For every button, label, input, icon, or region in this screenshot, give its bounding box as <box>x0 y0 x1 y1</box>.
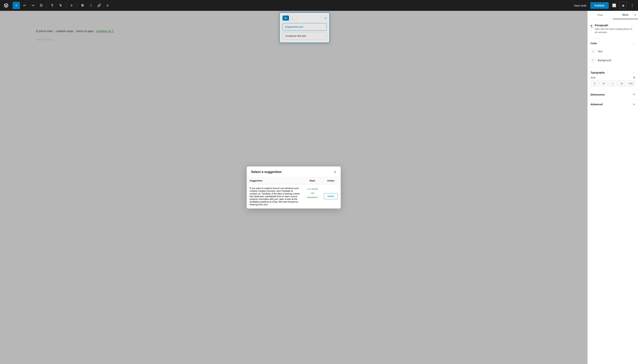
dimensions-header[interactable]: Dimensions + <box>590 92 635 96</box>
modal-title: Select a suggestion <box>251 170 282 174</box>
publish-button[interactable]: Publish <box>590 2 609 9</box>
options-button[interactable]: ⋮ <box>628 2 636 9</box>
settings-button[interactable]: ▦ <box>619 2 627 9</box>
block-details: Paragraph Start with the basic building … <box>595 24 635 34</box>
save-draft-button[interactable]: Save draft <box>572 2 588 8</box>
size-btn-xl[interactable]: XL <box>618 80 626 86</box>
color-background-item[interactable]: Background <box>590 56 635 65</box>
move-button[interactable]: ⇅ <box>57 2 64 9</box>
toolbar-right: Save draft Publish ⬜ ▦ ⋮ <box>572 2 636 9</box>
view-button[interactable]: ⬜ <box>610 2 618 9</box>
typography-more-icon[interactable]: ⋮ <box>632 70 635 74</box>
stats-words: +11 words <box>307 187 318 191</box>
select-suggestion-modal: Select a suggestion × Suggestion Stats A… <box>247 166 341 208</box>
size-btn-l[interactable]: L <box>608 80 617 86</box>
typography-section: Typography ⋮ SIZE ⊟ SMLXLXXL <box>587 68 638 90</box>
size-sliders-icon[interactable]: ⊟ <box>633 76 635 79</box>
stats-chars: +52 characters <box>307 191 318 200</box>
separator-1 <box>47 3 47 8</box>
size-label: SIZE ⊟ <box>590 76 635 79</box>
redo-icon: ↪ <box>32 4 34 8</box>
color-section: Color ⋮ Text Background <box>587 38 638 68</box>
align-button[interactable]: ≡ <box>68 2 75 9</box>
size-btn-s[interactable]: S <box>590 80 599 86</box>
block-description: Start with the basic building block of a… <box>595 28 635 34</box>
color-more-icon[interactable]: ⋮ <box>632 41 635 45</box>
list-icon: ☰ <box>40 4 43 8</box>
table-row: If you want to explore how AI can enhanc… <box>247 184 341 208</box>
color-section-header: Color ⋮ <box>590 41 635 45</box>
sidebar-close-button[interactable]: × <box>634 13 636 17</box>
table-header-row: Suggestion Stats Action <box>247 177 341 184</box>
kebab-icon: ⋮ <box>630 3 634 8</box>
select-suggestion-button[interactable]: Select <box>324 193 338 199</box>
color-section-title: Color <box>590 42 597 45</box>
tab-post[interactable]: Post <box>587 11 613 19</box>
monitor-icon: ⬜ <box>612 4 616 8</box>
align-icon: ≡ <box>71 4 73 8</box>
modal-overlay[interactable]: Select a suggestion × Suggestion Stats A… <box>0 11 587 364</box>
advanced-title: Advanced <box>590 103 602 106</box>
move-icon: ⇅ <box>59 4 62 8</box>
link-icon: 🔗 <box>97 4 101 8</box>
dimensions-section: Dimensions + <box>587 90 638 100</box>
advanced-section: Advanced ∨ <box>587 100 638 109</box>
redo-button[interactable]: ↪ <box>29 2 37 9</box>
right-sidebar: Post Block × ¶ Paragraph Start with the … <box>587 11 638 364</box>
sidebar-tabs: Post Block × <box>587 11 638 19</box>
bold-icon: B <box>82 4 84 8</box>
editor-area[interactable]: AI ⋮ « Expand this text Condense this te… <box>0 11 587 364</box>
size-btn-m[interactable]: M <box>599 80 608 86</box>
dimensions-expand-icon: + <box>633 92 635 96</box>
undo-icon: ↩ <box>23 4 26 8</box>
paragraph-icon: ¶ <box>51 4 53 8</box>
italic-icon: I <box>90 4 91 8</box>
wp-logo <box>2 2 10 10</box>
col-header-action: Action <box>321 177 341 184</box>
paragraph-style-button[interactable]: ¶ <box>49 2 56 9</box>
background-color-label: Background <box>598 59 611 62</box>
text-color-swatch[interactable] <box>590 49 595 54</box>
background-color-swatch[interactable] <box>590 58 595 63</box>
color-text-item[interactable]: Text <box>590 47 635 56</box>
list-view-button[interactable]: ☰ <box>38 2 45 9</box>
text-color-label: Text <box>598 50 602 53</box>
italic-button[interactable]: I <box>87 2 95 9</box>
col-header-suggestion: Suggestion <box>247 177 304 184</box>
modal-header: Select a suggestion × <box>247 166 341 177</box>
link-button[interactable]: 🔗 <box>96 2 103 9</box>
add-block-button[interactable]: + <box>13 2 20 9</box>
main-layout: AI ⋮ « Expand this text Condense this te… <box>0 11 638 364</box>
settings-icon: ▦ <box>622 4 624 7</box>
size-controls: SMLXLXXL <box>590 80 635 86</box>
toolbar: + ↩ ↪ ☰ ¶ ⇅ ≡ B I 🔗 ∨ Save draft Publish… <box>0 0 638 11</box>
typography-section-header: Typography ⋮ <box>590 70 635 74</box>
suggestion-table: Suggestion Stats Action If you want to e… <box>247 177 341 208</box>
block-info-section: ¶ Paragraph Start with the basic buildin… <box>587 19 638 38</box>
typography-section-title: Typography <box>590 71 605 74</box>
size-btn-xxl[interactable]: XXL <box>627 80 635 86</box>
block-info: ¶ Paragraph Start with the basic buildin… <box>590 22 635 36</box>
dimensions-title: Dimensions <box>590 93 605 96</box>
undo-button[interactable]: ↩ <box>21 2 28 9</box>
paragraph-block-icon: ¶ <box>590 24 593 29</box>
bold-button[interactable]: B <box>79 2 86 9</box>
advanced-chevron-icon: ∨ <box>633 102 635 106</box>
more-toolbar-button[interactable]: ∨ <box>104 2 111 9</box>
action-cell: Select <box>321 184 341 208</box>
stats-cell: +11 words +52 characters <box>304 184 321 208</box>
advanced-header[interactable]: Advanced ∨ <box>590 102 635 106</box>
chevron-down-icon: ∨ <box>106 4 109 8</box>
suggestion-cell: If you want to explore how AI can enhanc… <box>247 184 304 208</box>
block-name: Paragraph <box>595 24 635 27</box>
modal-close-button[interactable]: × <box>334 170 336 174</box>
col-header-stats: Stats <box>304 177 321 184</box>
